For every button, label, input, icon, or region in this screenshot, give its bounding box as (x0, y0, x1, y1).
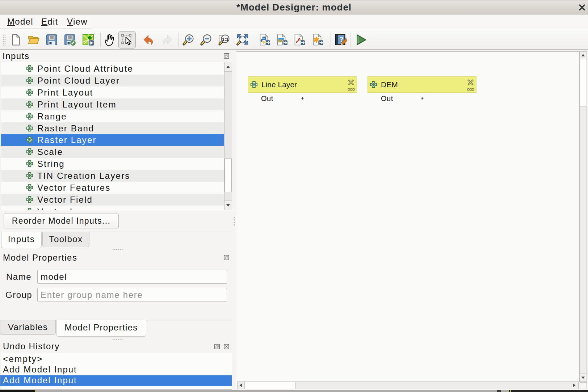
svg-text:1:1: 1:1 (222, 37, 228, 42)
